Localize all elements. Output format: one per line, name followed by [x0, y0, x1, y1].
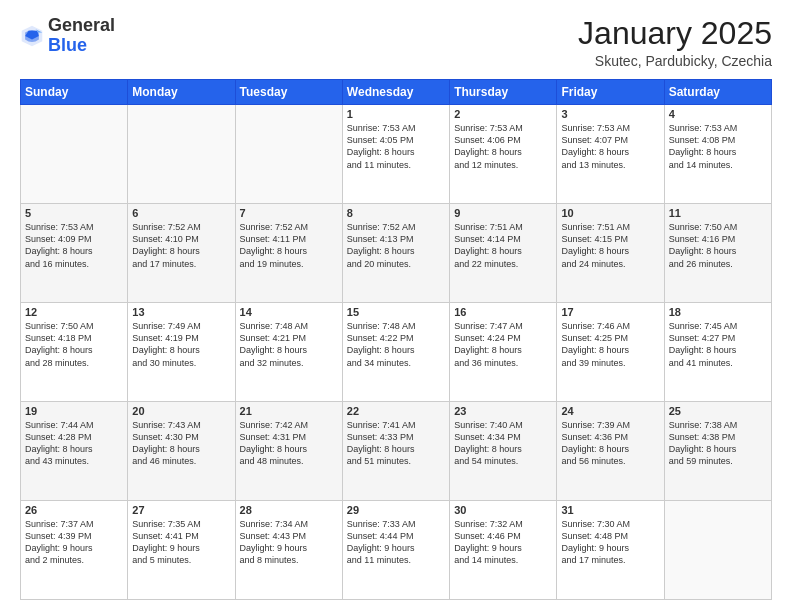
col-sunday: Sunday — [21, 80, 128, 105]
day-number: 9 — [454, 207, 552, 219]
day-info: Sunrise: 7:47 AM Sunset: 4:24 PM Dayligh… — [454, 320, 552, 369]
table-row: 31Sunrise: 7:30 AM Sunset: 4:48 PM Dayli… — [557, 501, 664, 600]
table-row: 1Sunrise: 7:53 AM Sunset: 4:05 PM Daylig… — [342, 105, 449, 204]
day-number: 1 — [347, 108, 445, 120]
day-number: 18 — [669, 306, 767, 318]
day-info: Sunrise: 7:51 AM Sunset: 4:15 PM Dayligh… — [561, 221, 659, 270]
day-info: Sunrise: 7:32 AM Sunset: 4:46 PM Dayligh… — [454, 518, 552, 567]
day-number: 24 — [561, 405, 659, 417]
calendar-header-row: Sunday Monday Tuesday Wednesday Thursday… — [21, 80, 772, 105]
table-row: 10Sunrise: 7:51 AM Sunset: 4:15 PM Dayli… — [557, 204, 664, 303]
day-number: 7 — [240, 207, 338, 219]
calendar-week-row: 19Sunrise: 7:44 AM Sunset: 4:28 PM Dayli… — [21, 402, 772, 501]
table-row: 23Sunrise: 7:40 AM Sunset: 4:34 PM Dayli… — [450, 402, 557, 501]
logo-icon — [20, 24, 44, 48]
table-row: 17Sunrise: 7:46 AM Sunset: 4:25 PM Dayli… — [557, 303, 664, 402]
day-info: Sunrise: 7:39 AM Sunset: 4:36 PM Dayligh… — [561, 419, 659, 468]
page: General Blue January 2025 Skutec, Pardub… — [0, 0, 792, 612]
day-number: 13 — [132, 306, 230, 318]
day-info: Sunrise: 7:50 AM Sunset: 4:16 PM Dayligh… — [669, 221, 767, 270]
day-number: 25 — [669, 405, 767, 417]
table-row: 6Sunrise: 7:52 AM Sunset: 4:10 PM Daylig… — [128, 204, 235, 303]
table-row: 14Sunrise: 7:48 AM Sunset: 4:21 PM Dayli… — [235, 303, 342, 402]
day-number: 8 — [347, 207, 445, 219]
day-number: 3 — [561, 108, 659, 120]
day-info: Sunrise: 7:53 AM Sunset: 4:05 PM Dayligh… — [347, 122, 445, 171]
day-info: Sunrise: 7:34 AM Sunset: 4:43 PM Dayligh… — [240, 518, 338, 567]
day-info: Sunrise: 7:49 AM Sunset: 4:19 PM Dayligh… — [132, 320, 230, 369]
day-number: 19 — [25, 405, 123, 417]
table-row: 5Sunrise: 7:53 AM Sunset: 4:09 PM Daylig… — [21, 204, 128, 303]
col-friday: Friday — [557, 80, 664, 105]
col-tuesday: Tuesday — [235, 80, 342, 105]
day-info: Sunrise: 7:30 AM Sunset: 4:48 PM Dayligh… — [561, 518, 659, 567]
table-row — [128, 105, 235, 204]
day-info: Sunrise: 7:43 AM Sunset: 4:30 PM Dayligh… — [132, 419, 230, 468]
table-row: 9Sunrise: 7:51 AM Sunset: 4:14 PM Daylig… — [450, 204, 557, 303]
day-info: Sunrise: 7:46 AM Sunset: 4:25 PM Dayligh… — [561, 320, 659, 369]
col-wednesday: Wednesday — [342, 80, 449, 105]
day-number: 31 — [561, 504, 659, 516]
day-info: Sunrise: 7:53 AM Sunset: 4:08 PM Dayligh… — [669, 122, 767, 171]
day-info: Sunrise: 7:48 AM Sunset: 4:21 PM Dayligh… — [240, 320, 338, 369]
calendar-week-row: 5Sunrise: 7:53 AM Sunset: 4:09 PM Daylig… — [21, 204, 772, 303]
day-info: Sunrise: 7:51 AM Sunset: 4:14 PM Dayligh… — [454, 221, 552, 270]
day-number: 6 — [132, 207, 230, 219]
table-row: 24Sunrise: 7:39 AM Sunset: 4:36 PM Dayli… — [557, 402, 664, 501]
table-row: 20Sunrise: 7:43 AM Sunset: 4:30 PM Dayli… — [128, 402, 235, 501]
day-number: 30 — [454, 504, 552, 516]
table-row: 29Sunrise: 7:33 AM Sunset: 4:44 PM Dayli… — [342, 501, 449, 600]
day-info: Sunrise: 7:37 AM Sunset: 4:39 PM Dayligh… — [25, 518, 123, 567]
logo-blue-text: Blue — [48, 35, 87, 55]
table-row: 4Sunrise: 7:53 AM Sunset: 4:08 PM Daylig… — [664, 105, 771, 204]
day-info: Sunrise: 7:41 AM Sunset: 4:33 PM Dayligh… — [347, 419, 445, 468]
table-row: 11Sunrise: 7:50 AM Sunset: 4:16 PM Dayli… — [664, 204, 771, 303]
col-saturday: Saturday — [664, 80, 771, 105]
day-number: 10 — [561, 207, 659, 219]
day-number: 27 — [132, 504, 230, 516]
table-row: 28Sunrise: 7:34 AM Sunset: 4:43 PM Dayli… — [235, 501, 342, 600]
day-number: 26 — [25, 504, 123, 516]
table-row — [664, 501, 771, 600]
day-number: 16 — [454, 306, 552, 318]
day-number: 23 — [454, 405, 552, 417]
day-number: 21 — [240, 405, 338, 417]
table-row: 27Sunrise: 7:35 AM Sunset: 4:41 PM Dayli… — [128, 501, 235, 600]
calendar-week-row: 12Sunrise: 7:50 AM Sunset: 4:18 PM Dayli… — [21, 303, 772, 402]
col-thursday: Thursday — [450, 80, 557, 105]
calendar-week-row: 26Sunrise: 7:37 AM Sunset: 4:39 PM Dayli… — [21, 501, 772, 600]
table-row: 13Sunrise: 7:49 AM Sunset: 4:19 PM Dayli… — [128, 303, 235, 402]
day-info: Sunrise: 7:42 AM Sunset: 4:31 PM Dayligh… — [240, 419, 338, 468]
day-number: 22 — [347, 405, 445, 417]
table-row: 3Sunrise: 7:53 AM Sunset: 4:07 PM Daylig… — [557, 105, 664, 204]
day-number: 12 — [25, 306, 123, 318]
day-info: Sunrise: 7:45 AM Sunset: 4:27 PM Dayligh… — [669, 320, 767, 369]
day-info: Sunrise: 7:33 AM Sunset: 4:44 PM Dayligh… — [347, 518, 445, 567]
day-number: 14 — [240, 306, 338, 318]
day-number: 11 — [669, 207, 767, 219]
day-info: Sunrise: 7:53 AM Sunset: 4:07 PM Dayligh… — [561, 122, 659, 171]
day-info: Sunrise: 7:53 AM Sunset: 4:06 PM Dayligh… — [454, 122, 552, 171]
title-block: January 2025 Skutec, Pardubicky, Czechia — [578, 16, 772, 69]
day-info: Sunrise: 7:38 AM Sunset: 4:38 PM Dayligh… — [669, 419, 767, 468]
table-row: 30Sunrise: 7:32 AM Sunset: 4:46 PM Dayli… — [450, 501, 557, 600]
table-row: 7Sunrise: 7:52 AM Sunset: 4:11 PM Daylig… — [235, 204, 342, 303]
day-info: Sunrise: 7:53 AM Sunset: 4:09 PM Dayligh… — [25, 221, 123, 270]
logo: General Blue — [20, 16, 115, 56]
month-title: January 2025 — [578, 16, 772, 51]
header: General Blue January 2025 Skutec, Pardub… — [20, 16, 772, 69]
day-info: Sunrise: 7:40 AM Sunset: 4:34 PM Dayligh… — [454, 419, 552, 468]
day-number: 2 — [454, 108, 552, 120]
day-info: Sunrise: 7:52 AM Sunset: 4:11 PM Dayligh… — [240, 221, 338, 270]
table-row: 15Sunrise: 7:48 AM Sunset: 4:22 PM Dayli… — [342, 303, 449, 402]
day-number: 5 — [25, 207, 123, 219]
table-row: 19Sunrise: 7:44 AM Sunset: 4:28 PM Dayli… — [21, 402, 128, 501]
day-number: 4 — [669, 108, 767, 120]
day-info: Sunrise: 7:35 AM Sunset: 4:41 PM Dayligh… — [132, 518, 230, 567]
table-row: 26Sunrise: 7:37 AM Sunset: 4:39 PM Dayli… — [21, 501, 128, 600]
table-row: 22Sunrise: 7:41 AM Sunset: 4:33 PM Dayli… — [342, 402, 449, 501]
day-info: Sunrise: 7:48 AM Sunset: 4:22 PM Dayligh… — [347, 320, 445, 369]
table-row: 2Sunrise: 7:53 AM Sunset: 4:06 PM Daylig… — [450, 105, 557, 204]
table-row: 25Sunrise: 7:38 AM Sunset: 4:38 PM Dayli… — [664, 402, 771, 501]
day-info: Sunrise: 7:52 AM Sunset: 4:10 PM Dayligh… — [132, 221, 230, 270]
